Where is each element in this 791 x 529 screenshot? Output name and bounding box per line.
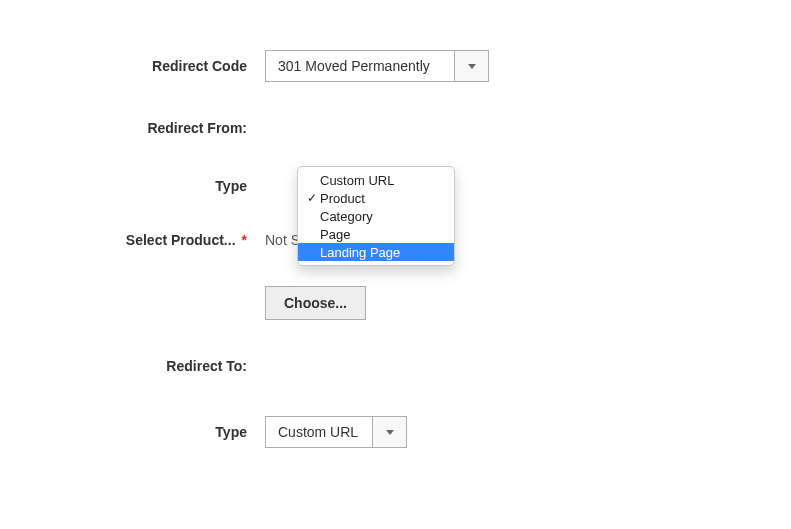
select-redirect-code-value: 301 Moved Permanently [265,50,455,82]
label-select-product-text: Select Product... [126,232,236,248]
label-redirect-to: Redirect To: [0,358,265,374]
dropdown-option[interactable]: Custom URL [298,171,454,189]
row-redirect-code: Redirect Code 301 Moved Permanently [0,50,791,82]
label-redirect-code: Redirect Code [0,58,265,74]
select-redirect-code-toggle[interactable] [455,50,489,82]
dropdown-option-label: Custom URL [320,173,454,188]
select-to-type-toggle[interactable] [373,416,407,448]
dropdown-option-label: Landing Page [320,245,454,260]
row-choose: Choose... [0,286,791,320]
from-type-dropdown[interactable]: Custom URL✓ProductCategoryPageLanding Pa… [297,166,455,266]
label-to-type: Type [0,424,265,440]
dropdown-option[interactable]: ✓Product [298,189,454,207]
dropdown-option-label: Page [320,227,454,242]
label-select-product: Select Product...* [0,232,265,248]
row-redirect-to-heading: Redirect To: [0,358,791,374]
label-from-type: Type [0,178,265,194]
label-redirect-from: Redirect From: [0,120,265,136]
check-icon: ✓ [304,191,320,205]
dropdown-option[interactable]: Category [298,207,454,225]
choose-button[interactable]: Choose... [265,286,366,320]
dropdown-option-label: Product [320,191,454,206]
chevron-down-icon [468,64,476,69]
row-redirect-from-heading: Redirect From: [0,120,791,136]
select-to-type-value: Custom URL [265,416,373,448]
select-to-type[interactable]: Custom URL [265,416,407,448]
required-star-icon: * [242,232,247,248]
row-to-type: Type Custom URL [0,416,791,448]
select-redirect-code[interactable]: 301 Moved Permanently [265,50,489,82]
chevron-down-icon [386,430,394,435]
dropdown-option[interactable]: Landing Page [298,243,454,261]
dropdown-option-label: Category [320,209,454,224]
dropdown-option[interactable]: Page [298,225,454,243]
